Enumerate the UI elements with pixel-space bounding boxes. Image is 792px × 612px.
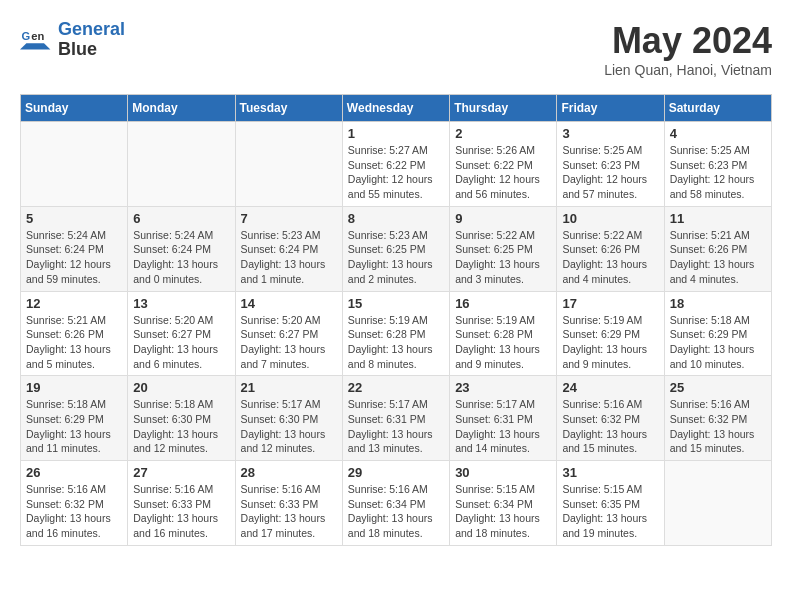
- month-title: May 2024: [604, 20, 772, 62]
- day-number: 2: [455, 126, 551, 141]
- day-header-wednesday: Wednesday: [342, 95, 449, 122]
- day-info: Sunrise: 5:24 AM Sunset: 6:24 PM Dayligh…: [26, 228, 122, 287]
- day-number: 28: [241, 465, 337, 480]
- calendar-week-row: 5Sunrise: 5:24 AM Sunset: 6:24 PM Daylig…: [21, 206, 772, 291]
- day-info: Sunrise: 5:16 AM Sunset: 6:32 PM Dayligh…: [670, 397, 766, 456]
- day-number: 7: [241, 211, 337, 226]
- calendar-cell: 6Sunrise: 5:24 AM Sunset: 6:24 PM Daylig…: [128, 206, 235, 291]
- calendar-header-row: SundayMondayTuesdayWednesdayThursdayFrid…: [21, 95, 772, 122]
- day-info: Sunrise: 5:16 AM Sunset: 6:34 PM Dayligh…: [348, 482, 444, 541]
- calendar-table: SundayMondayTuesdayWednesdayThursdayFrid…: [20, 94, 772, 546]
- day-info: Sunrise: 5:21 AM Sunset: 6:26 PM Dayligh…: [670, 228, 766, 287]
- day-info: Sunrise: 5:16 AM Sunset: 6:32 PM Dayligh…: [26, 482, 122, 541]
- calendar-cell: 15Sunrise: 5:19 AM Sunset: 6:28 PM Dayli…: [342, 291, 449, 376]
- day-number: 20: [133, 380, 229, 395]
- day-number: 29: [348, 465, 444, 480]
- day-info: Sunrise: 5:19 AM Sunset: 6:28 PM Dayligh…: [455, 313, 551, 372]
- day-info: Sunrise: 5:19 AM Sunset: 6:29 PM Dayligh…: [562, 313, 658, 372]
- calendar-week-row: 1Sunrise: 5:27 AM Sunset: 6:22 PM Daylig…: [21, 122, 772, 207]
- day-number: 14: [241, 296, 337, 311]
- day-info: Sunrise: 5:18 AM Sunset: 6:29 PM Dayligh…: [670, 313, 766, 372]
- svg-text:G: G: [22, 30, 31, 42]
- calendar-cell: [128, 122, 235, 207]
- day-header-monday: Monday: [128, 95, 235, 122]
- logo: G e n General Blue: [20, 20, 125, 60]
- day-info: Sunrise: 5:26 AM Sunset: 6:22 PM Dayligh…: [455, 143, 551, 202]
- calendar-cell: 21Sunrise: 5:17 AM Sunset: 6:30 PM Dayli…: [235, 376, 342, 461]
- calendar-cell: 8Sunrise: 5:23 AM Sunset: 6:25 PM Daylig…: [342, 206, 449, 291]
- svg-text:n: n: [38, 30, 45, 42]
- day-number: 18: [670, 296, 766, 311]
- calendar-cell: 16Sunrise: 5:19 AM Sunset: 6:28 PM Dayli…: [450, 291, 557, 376]
- calendar-week-row: 19Sunrise: 5:18 AM Sunset: 6:29 PM Dayli…: [21, 376, 772, 461]
- day-info: Sunrise: 5:20 AM Sunset: 6:27 PM Dayligh…: [241, 313, 337, 372]
- day-header-sunday: Sunday: [21, 95, 128, 122]
- calendar-cell: 23Sunrise: 5:17 AM Sunset: 6:31 PM Dayli…: [450, 376, 557, 461]
- day-info: Sunrise: 5:23 AM Sunset: 6:24 PM Dayligh…: [241, 228, 337, 287]
- day-info: Sunrise: 5:16 AM Sunset: 6:33 PM Dayligh…: [241, 482, 337, 541]
- day-number: 1: [348, 126, 444, 141]
- day-number: 25: [670, 380, 766, 395]
- calendar-cell: 13Sunrise: 5:20 AM Sunset: 6:27 PM Dayli…: [128, 291, 235, 376]
- day-number: 3: [562, 126, 658, 141]
- day-number: 21: [241, 380, 337, 395]
- svg-text:e: e: [31, 30, 37, 42]
- svg-marker-3: [20, 43, 50, 49]
- calendar-cell: 18Sunrise: 5:18 AM Sunset: 6:29 PM Dayli…: [664, 291, 771, 376]
- day-info: Sunrise: 5:18 AM Sunset: 6:30 PM Dayligh…: [133, 397, 229, 456]
- day-info: Sunrise: 5:25 AM Sunset: 6:23 PM Dayligh…: [670, 143, 766, 202]
- calendar-cell: 5Sunrise: 5:24 AM Sunset: 6:24 PM Daylig…: [21, 206, 128, 291]
- calendar-cell: 29Sunrise: 5:16 AM Sunset: 6:34 PM Dayli…: [342, 461, 449, 546]
- page-header: G e n General Blue May 2024 Lien Quan, H…: [20, 20, 772, 78]
- day-number: 22: [348, 380, 444, 395]
- day-info: Sunrise: 5:22 AM Sunset: 6:25 PM Dayligh…: [455, 228, 551, 287]
- day-info: Sunrise: 5:17 AM Sunset: 6:31 PM Dayligh…: [455, 397, 551, 456]
- day-number: 15: [348, 296, 444, 311]
- day-header-saturday: Saturday: [664, 95, 771, 122]
- calendar-cell: 3Sunrise: 5:25 AM Sunset: 6:23 PM Daylig…: [557, 122, 664, 207]
- calendar-week-row: 12Sunrise: 5:21 AM Sunset: 6:26 PM Dayli…: [21, 291, 772, 376]
- calendar-cell: 17Sunrise: 5:19 AM Sunset: 6:29 PM Dayli…: [557, 291, 664, 376]
- calendar-cell: [235, 122, 342, 207]
- calendar-week-row: 26Sunrise: 5:16 AM Sunset: 6:32 PM Dayli…: [21, 461, 772, 546]
- calendar-cell: [664, 461, 771, 546]
- day-number: 11: [670, 211, 766, 226]
- day-info: Sunrise: 5:16 AM Sunset: 6:33 PM Dayligh…: [133, 482, 229, 541]
- day-number: 5: [26, 211, 122, 226]
- day-number: 31: [562, 465, 658, 480]
- calendar-cell: 27Sunrise: 5:16 AM Sunset: 6:33 PM Dayli…: [128, 461, 235, 546]
- day-info: Sunrise: 5:25 AM Sunset: 6:23 PM Dayligh…: [562, 143, 658, 202]
- day-number: 10: [562, 211, 658, 226]
- day-number: 30: [455, 465, 551, 480]
- day-info: Sunrise: 5:17 AM Sunset: 6:31 PM Dayligh…: [348, 397, 444, 456]
- day-header-thursday: Thursday: [450, 95, 557, 122]
- day-info: Sunrise: 5:24 AM Sunset: 6:24 PM Dayligh…: [133, 228, 229, 287]
- calendar-cell: 22Sunrise: 5:17 AM Sunset: 6:31 PM Dayli…: [342, 376, 449, 461]
- day-info: Sunrise: 5:23 AM Sunset: 6:25 PM Dayligh…: [348, 228, 444, 287]
- day-number: 6: [133, 211, 229, 226]
- calendar-cell: 7Sunrise: 5:23 AM Sunset: 6:24 PM Daylig…: [235, 206, 342, 291]
- calendar-cell: 14Sunrise: 5:20 AM Sunset: 6:27 PM Dayli…: [235, 291, 342, 376]
- logo-icon: G e n: [20, 24, 52, 56]
- day-info: Sunrise: 5:21 AM Sunset: 6:26 PM Dayligh…: [26, 313, 122, 372]
- day-number: 19: [26, 380, 122, 395]
- day-number: 4: [670, 126, 766, 141]
- day-number: 9: [455, 211, 551, 226]
- calendar-cell: 31Sunrise: 5:15 AM Sunset: 6:35 PM Dayli…: [557, 461, 664, 546]
- calendar-cell: 24Sunrise: 5:16 AM Sunset: 6:32 PM Dayli…: [557, 376, 664, 461]
- day-number: 12: [26, 296, 122, 311]
- logo-text: General Blue: [58, 20, 125, 60]
- day-info: Sunrise: 5:19 AM Sunset: 6:28 PM Dayligh…: [348, 313, 444, 372]
- day-number: 26: [26, 465, 122, 480]
- calendar-cell: 26Sunrise: 5:16 AM Sunset: 6:32 PM Dayli…: [21, 461, 128, 546]
- day-info: Sunrise: 5:27 AM Sunset: 6:22 PM Dayligh…: [348, 143, 444, 202]
- day-info: Sunrise: 5:22 AM Sunset: 6:26 PM Dayligh…: [562, 228, 658, 287]
- day-info: Sunrise: 5:18 AM Sunset: 6:29 PM Dayligh…: [26, 397, 122, 456]
- day-header-tuesday: Tuesday: [235, 95, 342, 122]
- calendar-cell: 11Sunrise: 5:21 AM Sunset: 6:26 PM Dayli…: [664, 206, 771, 291]
- calendar-cell: 9Sunrise: 5:22 AM Sunset: 6:25 PM Daylig…: [450, 206, 557, 291]
- day-info: Sunrise: 5:17 AM Sunset: 6:30 PM Dayligh…: [241, 397, 337, 456]
- calendar-cell: 30Sunrise: 5:15 AM Sunset: 6:34 PM Dayli…: [450, 461, 557, 546]
- day-header-friday: Friday: [557, 95, 664, 122]
- calendar-cell: 19Sunrise: 5:18 AM Sunset: 6:29 PM Dayli…: [21, 376, 128, 461]
